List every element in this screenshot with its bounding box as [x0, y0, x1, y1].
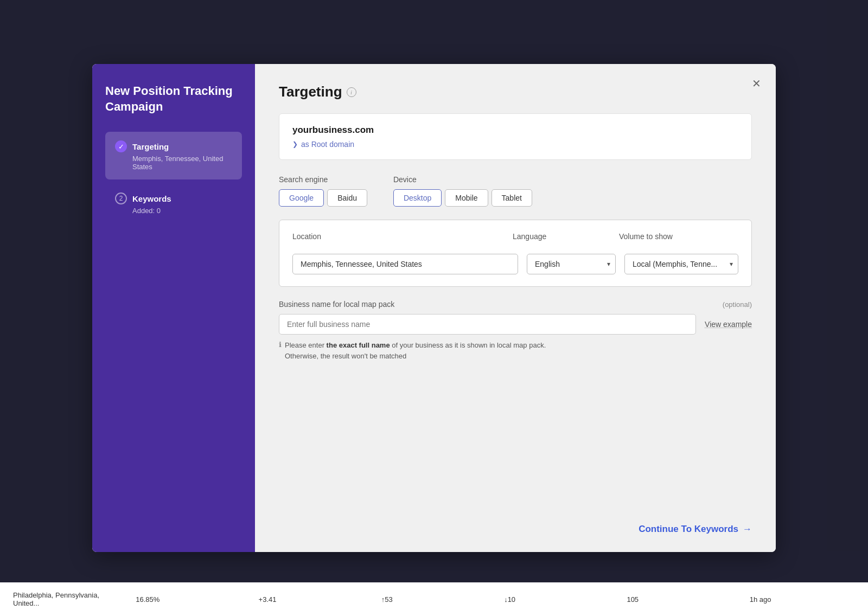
- chevron-icon: ❯: [292, 140, 298, 148]
- location-label: Location: [292, 232, 504, 241]
- device-buttons: Desktop Mobile Tablet: [393, 189, 532, 207]
- main-content: ✕ Targeting i yourbusiness.com ❯ as Root…: [255, 64, 776, 552]
- close-button[interactable]: ✕: [748, 75, 765, 92]
- domain-type-link[interactable]: ❯ as Root domain: [292, 140, 738, 149]
- location-language-volume-panel: Location Language Volume to show English: [279, 220, 752, 287]
- hint-icon: ℹ: [279, 341, 282, 349]
- business-section: Business name for local map pack (option…: [279, 300, 752, 361]
- bg-up: ↑53: [381, 595, 487, 604]
- step-keywords-label: Keywords: [132, 194, 171, 203]
- volume-select[interactable]: Local (Memphis, Tenne... National Global: [624, 254, 738, 274]
- llv-headers: Location Language Volume to show: [292, 232, 738, 246]
- background-table-row: Philadelphia, Pennsylvania, United... 16…: [0, 582, 868, 616]
- search-engine-label: Search engine: [279, 175, 367, 184]
- step-keywords-sublabel: Added: 0: [132, 207, 232, 215]
- modal-overlay: New Position Tracking Campaign ✓ Targeti…: [0, 0, 868, 616]
- bg-down: ↓10: [504, 595, 609, 604]
- search-engine-baidu[interactable]: Baidu: [327, 189, 367, 207]
- search-engine-group: Search engine Google Baidu: [279, 175, 367, 207]
- business-name-input[interactable]: [279, 314, 696, 335]
- options-row: Search engine Google Baidu Device Deskto…: [279, 175, 752, 207]
- info-icon[interactable]: i: [347, 87, 356, 97]
- business-header: Business name for local map pack (option…: [279, 300, 752, 309]
- continue-to-keywords-button[interactable]: Continue To Keywords →: [639, 524, 752, 535]
- view-example-button[interactable]: View example: [705, 320, 752, 329]
- bg-time: 1h ago: [750, 595, 855, 604]
- modal-dialog: New Position Tracking Campaign ✓ Targeti…: [92, 64, 776, 552]
- language-select[interactable]: English Spanish French: [527, 254, 616, 274]
- device-group: Device Desktop Mobile Tablet: [393, 175, 532, 207]
- business-label: Business name for local map pack: [279, 300, 394, 309]
- device-label: Device: [393, 175, 532, 184]
- language-select-wrapper: English Spanish French: [527, 254, 616, 274]
- business-input-row: View example: [279, 314, 752, 335]
- footer-row: Continue To Keywords →: [639, 524, 752, 535]
- bg-count: 105: [627, 595, 732, 604]
- bg-percent: 16.85%: [136, 595, 241, 604]
- step-targeting-sublabel: Memphis, Tennessee, United States: [132, 155, 232, 171]
- sidebar-step-keywords[interactable]: 2 Keywords Added: 0: [105, 184, 242, 223]
- optional-label: (optional): [723, 300, 752, 309]
- language-label: Language: [513, 232, 610, 241]
- step-number-keywords: 2: [115, 193, 127, 204]
- section-title-row: Targeting i: [279, 84, 752, 100]
- domain-name: yourbusiness.com: [292, 125, 738, 136]
- bg-location: Philadelphia, Pennsylvania, United...: [13, 591, 118, 607]
- sidebar-title: New Position Tracking Campaign: [105, 84, 242, 114]
- location-input[interactable]: [292, 254, 518, 274]
- volume-label: Volume to show: [619, 232, 738, 241]
- device-tablet[interactable]: Tablet: [492, 189, 532, 207]
- llv-inputs: English Spanish French Local (Memphis, T…: [292, 254, 738, 274]
- arrow-icon: →: [743, 524, 752, 535]
- section-heading: Targeting: [279, 84, 342, 100]
- continue-label: Continue To Keywords: [639, 524, 738, 535]
- search-engine-google[interactable]: Google: [279, 189, 324, 207]
- search-engine-buttons: Google Baidu: [279, 189, 367, 207]
- step-targeting-label: Targeting: [132, 142, 169, 151]
- domain-type-label: as Root domain: [301, 140, 354, 149]
- device-desktop[interactable]: Desktop: [393, 189, 442, 207]
- hint-text: Please enter the exact full name of your…: [285, 340, 546, 361]
- device-mobile[interactable]: Mobile: [445, 189, 488, 207]
- volume-select-wrapper: Local (Memphis, Tenne... National Global: [624, 254, 738, 274]
- domain-card: yourbusiness.com ❯ as Root domain: [279, 113, 752, 160]
- step-check-icon: ✓: [115, 140, 127, 152]
- sidebar-step-targeting[interactable]: ✓ Targeting Memphis, Tennessee, United S…: [105, 132, 242, 179]
- sidebar: New Position Tracking Campaign ✓ Targeti…: [92, 64, 255, 552]
- bg-change: +3.41: [259, 595, 364, 604]
- hint-row: ℹ Please enter the exact full name of yo…: [279, 340, 752, 361]
